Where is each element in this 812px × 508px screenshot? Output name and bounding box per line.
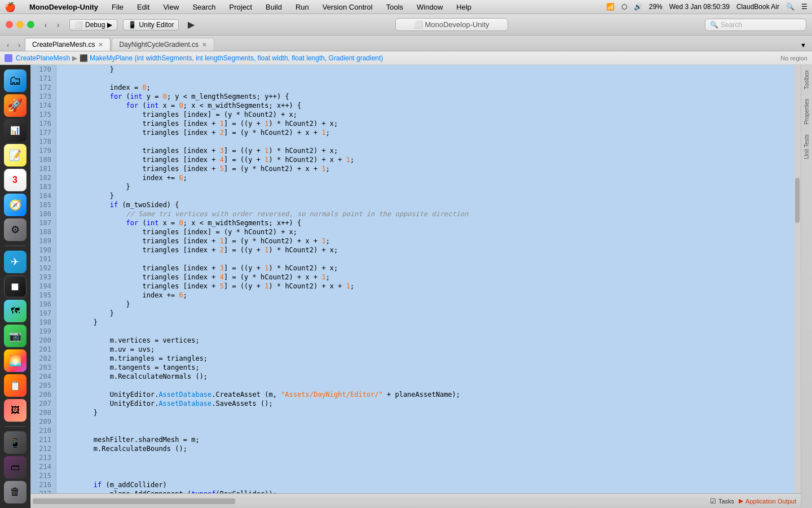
dock-item-photo[interactable]: 🌅 bbox=[4, 349, 27, 372]
breadcrumb-bar: CreatePlaneMesh ▶ ⬛ MakeMyPlane (int wid… bbox=[0, 51, 812, 65]
dock-item-images[interactable]: 🖼 bbox=[4, 399, 27, 422]
app-output-label: Application Output bbox=[745, 498, 796, 505]
menu-run[interactable]: Run bbox=[293, 3, 311, 11]
menu-tools[interactable]: Tools bbox=[384, 3, 405, 11]
spotlight-icon[interactable]: 🔍 bbox=[786, 3, 795, 11]
tabs-next-button[interactable]: › bbox=[14, 40, 25, 51]
code-line-176: triangles [index + 1] = ((y + 1) * hCoun… bbox=[61, 119, 789, 128]
menu-app[interactable]: MonoDevelop-Unity bbox=[27, 3, 100, 11]
maximize-button[interactable] bbox=[27, 21, 34, 28]
menu-help[interactable]: Help bbox=[454, 3, 474, 11]
menu-file[interactable]: File bbox=[109, 3, 126, 11]
apple-menu[interactable]: 🍎 bbox=[5, 2, 16, 12]
debug-icon: ⬜ bbox=[74, 21, 83, 29]
code-line-203: m.tangents = tangents; bbox=[61, 363, 789, 372]
class-icon bbox=[5, 54, 12, 62]
code-line-201: m.uv = uvs; bbox=[61, 345, 789, 354]
dock-item-finder[interactable]: 🗂 bbox=[4, 69, 27, 92]
menu-project[interactable]: Project bbox=[227, 3, 254, 11]
nav-back-button[interactable]: ‹ bbox=[40, 19, 51, 30]
sidebar-tab-properties[interactable]: Properties bbox=[801, 94, 812, 129]
horizontal-scrollbar[interactable] bbox=[33, 498, 708, 504]
editor-area: 170 171 172 173 174 175 176 177 178 179 … bbox=[30, 65, 801, 508]
code-line-177: triangles [index + 2] = (y * hCount2) + … bbox=[61, 128, 789, 137]
run-button[interactable]: ▶ bbox=[184, 18, 198, 32]
code-line-200: m.vertices = vertices; bbox=[61, 336, 789, 345]
dock-item-unity[interactable]: ◼ bbox=[4, 275, 27, 298]
dock-item-maps[interactable]: 🗺 bbox=[4, 300, 27, 322]
tab-createplanemesh[interactable]: CreatePlaneMesh.cs ✕ bbox=[25, 38, 111, 51]
unity-device-icon: 📱 bbox=[128, 21, 136, 29]
code-line-196: } bbox=[61, 300, 789, 309]
breadcrumb-method: ⬛ MakeMyPlane (int widthSegments, int le… bbox=[80, 54, 383, 62]
code-line-191 bbox=[61, 255, 789, 264]
titlebar-search-box[interactable]: 🔍 Search bbox=[705, 19, 806, 31]
breadcrumb-class[interactable]: CreatePlaneMesh bbox=[16, 54, 70, 62]
dock-item-board[interactable]: 🗃 bbox=[4, 456, 27, 479]
dock-item-calendar[interactable]: 3 bbox=[4, 169, 27, 191]
tab-daynightcycle-close[interactable]: ✕ bbox=[202, 41, 207, 49]
dock-item-launchpad[interactable]: 🚀 bbox=[4, 94, 27, 117]
code-line-194: triangles [index + 5] = ((y + 1) * hCoun… bbox=[61, 282, 789, 291]
vertical-scrollbar[interactable] bbox=[794, 65, 801, 493]
dock-item-syspref[interactable]: ⚙ bbox=[4, 218, 27, 241]
debug-label: Debug bbox=[85, 21, 105, 29]
dock-separator-2 bbox=[5, 426, 25, 427]
wifi-icon: 📶 bbox=[606, 3, 615, 11]
tab-daynightcycle-label: DayNightCycleGradient.cs bbox=[119, 41, 198, 49]
dock-item-ipad[interactable]: 📱 bbox=[4, 431, 27, 454]
code-editor[interactable]: 170 171 172 173 174 175 176 177 178 179 … bbox=[30, 65, 801, 493]
dock: 🗂 🚀 📊 📝 3 🧭 ⚙ ✈ ◼ 🗺 📷 🌅 📋 🖼 📱 🗃 🗑 bbox=[0, 65, 30, 508]
dock-item-fmaps[interactable]: 📋 bbox=[4, 374, 27, 397]
app-output-button[interactable]: ▶ Application Output bbox=[739, 497, 796, 505]
dock-item-trash[interactable]: 🗑 bbox=[4, 481, 27, 503]
code-line-184: } bbox=[61, 191, 789, 200]
unity-editor-selector[interactable]: 📱 Unity Editor bbox=[123, 19, 179, 30]
titlebar: ‹ › ⬜ Debug ▶ 📱 Unity Editor ▶ ⬜ MonoDev… bbox=[0, 14, 812, 36]
dock-item-notes[interactable]: 📝 bbox=[4, 144, 27, 167]
tab-createplanemesh-close[interactable]: ✕ bbox=[98, 41, 103, 49]
code-line-193: triangles [index + 4] = (y * hCount2) + … bbox=[61, 273, 789, 282]
code-line-214 bbox=[61, 462, 789, 471]
dock-item-activity[interactable]: 📊 bbox=[4, 119, 27, 142]
code-line-204: m.RecalculateNormals (); bbox=[61, 372, 789, 381]
sidebar-tab-unit-tests[interactable]: Unit Tests bbox=[801, 129, 812, 164]
menubar: 🍎 MonoDevelop-Unity File Edit View Searc… bbox=[0, 0, 812, 14]
breadcrumb-region: No region bbox=[780, 55, 807, 62]
dock-item-telegram[interactable]: ✈ bbox=[4, 251, 27, 273]
tabs-prev-button[interactable]: ‹ bbox=[2, 40, 14, 51]
scrollbar-thumb[interactable] bbox=[795, 178, 800, 223]
dock-item-facetime[interactable]: 📷 bbox=[4, 325, 27, 347]
horizontal-scrollbar-thumb[interactable] bbox=[33, 498, 235, 504]
tasks-label: Tasks bbox=[718, 498, 734, 505]
breadcrumb-method-name[interactable]: MakeMyPlane (int widthSegments, int leng… bbox=[90, 54, 383, 62]
menu-view[interactable]: View bbox=[161, 3, 181, 11]
sidebar-tab-toolbox[interactable]: Toolbox bbox=[801, 65, 812, 94]
code-line-212: m.RecalculateBounds (); bbox=[61, 444, 789, 453]
code-line-178 bbox=[61, 137, 789, 146]
tasks-button[interactable]: ☑ Tasks bbox=[710, 497, 734, 505]
debug-selector[interactable]: ⬜ Debug ▶ bbox=[69, 19, 117, 30]
code-line-180: triangles [index + 4] = ((y + 1) * hCoun… bbox=[61, 155, 789, 164]
bottom-bar: ☑ Tasks ▶ Application Output bbox=[30, 493, 801, 508]
dock-item-safari[interactable]: 🧭 bbox=[4, 194, 27, 216]
minimize-button[interactable] bbox=[16, 21, 24, 28]
menu-edit[interactable]: Edit bbox=[135, 3, 152, 11]
code-line-198: } bbox=[61, 318, 789, 327]
tabs-dropdown-button[interactable]: ▼ bbox=[797, 40, 810, 51]
menu-window[interactable]: Window bbox=[414, 3, 445, 11]
code-content[interactable]: } index = 0; for (int y = 0; y < m_lengt… bbox=[56, 65, 794, 493]
menu-vcs[interactable]: Version Control bbox=[320, 3, 375, 11]
tab-daynightcycle[interactable]: DayNightCycleGradient.cs ✕ bbox=[112, 38, 214, 51]
close-button[interactable] bbox=[6, 21, 13, 28]
code-line-175: triangles [index] = (y * hCount2) + x; bbox=[61, 110, 789, 119]
code-line-205 bbox=[61, 381, 789, 390]
menu-search[interactable]: Search bbox=[190, 3, 218, 11]
menu-build[interactable]: Build bbox=[263, 3, 284, 11]
nav-forward-button[interactable]: › bbox=[52, 19, 64, 30]
code-line-216: if (m_addCollider) bbox=[61, 480, 789, 489]
code-line-174: for (int x = 0; x < m_widthSegments; x++… bbox=[61, 101, 789, 110]
debug-arrow-icon: ▶ bbox=[107, 21, 112, 29]
notification-icon[interactable]: ☰ bbox=[801, 3, 807, 11]
app-title-text: MonoDevelop-Unity bbox=[425, 20, 489, 29]
